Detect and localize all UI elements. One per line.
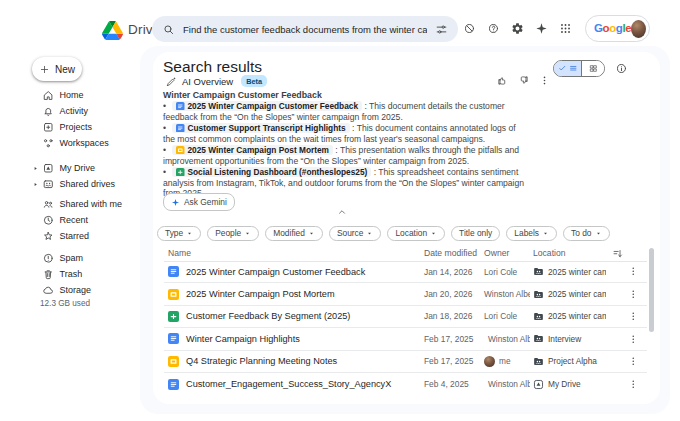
file-chip-label: 2025 Winter Campaign Customer Feedback [188, 101, 359, 111]
sidebar-item-shared-with-me[interactable]: Shared with me [32, 196, 150, 212]
thumb-down-icon[interactable] [518, 75, 529, 86]
row-menu-button[interactable] [628, 356, 639, 367]
info-icon[interactable] [615, 62, 628, 75]
column-header-owner[interactable]: Owner [481, 248, 530, 258]
file-chip[interactable]: Customer Support Transcript Highlights [172, 123, 350, 133]
shared-folder-icon [533, 311, 544, 322]
filter-chip-type[interactable]: Type [157, 226, 201, 241]
date-modified: Jan 14, 2026 [421, 267, 481, 277]
filter-chip-to-do[interactable]: To do [563, 226, 610, 241]
google-apps-button[interactable] [555, 18, 576, 39]
file-chip[interactable]: 2025 Winter Campaign Customer Feedback [172, 101, 362, 111]
more-vert-icon [628, 311, 639, 322]
docs-icon [176, 124, 185, 133]
settings-button[interactable] [507, 18, 528, 39]
filter-chip-location[interactable]: Location [387, 226, 445, 241]
file-name: 2025 Winter Campaign Post Mortem [186, 289, 335, 299]
support-button[interactable] [483, 18, 504, 39]
file-chip[interactable]: 2025 Winter Campaign Post Mortem [172, 145, 333, 155]
sidebar-item-label: My Drive [60, 163, 96, 173]
ai-overview-bullet: •2025 Winter Campaign Post Mortem : This… [163, 145, 527, 166]
list-view-segment[interactable] [554, 61, 582, 76]
column-header-name[interactable]: Name [164, 248, 421, 258]
thumb-up-icon[interactable] [497, 75, 508, 86]
offline-status-button[interactable] [459, 18, 480, 39]
row-menu-button[interactable] [628, 266, 639, 277]
sidebar: HomeActivityProjectsWorkspacesMy DriveSh… [32, 87, 150, 307]
search-input[interactable] [183, 24, 427, 35]
caret-down-icon [542, 230, 549, 237]
table-row[interactable]: 2025 Winter Campaign Customer FeedbackJa… [164, 261, 647, 283]
sidebar-item-label: Shared with me [60, 199, 123, 209]
row-menu-button[interactable] [628, 334, 639, 345]
account-chip[interactable]: Google [585, 15, 650, 42]
star-icon [42, 230, 55, 243]
user-avatar[interactable] [631, 20, 646, 38]
ai-overview-bullets: •2025 Winter Campaign Customer Feedback … [163, 101, 527, 199]
sidebar-item-activity[interactable]: Activity [32, 103, 150, 119]
row-menu-button[interactable] [628, 379, 639, 390]
new-button-label: New [55, 64, 75, 75]
collapse-ai-overview-chevron-icon[interactable] [336, 207, 348, 217]
docs-icon [168, 379, 179, 390]
sidebar-item-trash[interactable]: Trash [32, 266, 150, 282]
shared-folder-icon [533, 266, 544, 277]
table-scrollbar[interactable] [649, 248, 654, 332]
sort-direction-icon[interactable] [612, 248, 623, 259]
sidebar-item-storage[interactable]: Storage [32, 282, 150, 298]
sidebar-item-label: Home [60, 90, 84, 100]
clock-icon [42, 214, 55, 227]
sidebar-item-home[interactable]: Home [32, 87, 150, 103]
column-header-location[interactable]: Location [530, 248, 606, 258]
sidebar-item-label: Shared drives [60, 179, 116, 189]
more-vert-icon[interactable] [539, 75, 550, 86]
sidebar-item-projects[interactable]: Projects [32, 119, 150, 135]
workspaces-icon [42, 137, 55, 150]
file-chip-label: Social Listening Dashboard (#ontheslopes… [188, 167, 368, 177]
sidebar-item-recent[interactable]: Recent [32, 212, 150, 228]
sidebar-item-label: Starred [60, 231, 90, 241]
slides-icon [176, 146, 185, 155]
sidebar-item-workspaces[interactable]: Workspaces [32, 135, 150, 151]
beta-badge: Beta [241, 75, 267, 87]
bell-icon [42, 105, 55, 118]
table-row[interactable]: Customer Feedback By Segment (2025)Jan 1… [164, 306, 647, 328]
bullet-dot: • [163, 145, 172, 155]
table-header: Name Date modified Owner Location [164, 246, 647, 262]
table-row[interactable]: 2025 Winter Campaign Post MortemJan 20, … [164, 283, 647, 305]
column-header-date-modified[interactable]: Date modified [421, 248, 481, 258]
row-menu-button[interactable] [628, 311, 639, 322]
expand-arrow-icon[interactable] [32, 165, 39, 172]
gemini-button[interactable] [531, 18, 552, 39]
filter-chip-people[interactable]: People [207, 226, 259, 241]
new-button[interactable]: New [32, 57, 82, 81]
sidebar-item-starred[interactable]: Starred [32, 228, 150, 244]
table-row[interactable]: Winter Campaign HighlightsFeb 17, 2025Wi… [164, 328, 647, 350]
filter-chip-label: Modified [273, 228, 305, 238]
filter-chip-modified[interactable]: Modified [265, 226, 323, 241]
ask-gemini-button[interactable]: Ask Gemini [163, 193, 235, 211]
sidebar-item-shared-drives[interactable]: Shared drives [32, 176, 150, 192]
table-row[interactable]: Q4 Strategic Planning Meeting NotesFeb 1… [164, 351, 647, 373]
tune-icon[interactable] [435, 23, 448, 36]
apps-grid-icon [559, 22, 572, 35]
sidebar-item-my-drive[interactable]: My Drive [32, 160, 150, 176]
trash-icon [42, 268, 55, 281]
caret-down-icon [186, 230, 193, 237]
filter-chip-source[interactable]: Source [329, 226, 382, 241]
location-name: Interview [548, 334, 581, 344]
expand-arrow-icon[interactable] [32, 181, 39, 188]
file-chip[interactable]: Social Listening Dashboard (#ontheslopes… [172, 167, 371, 177]
filter-chip-labels[interactable]: Labels [506, 226, 557, 241]
filter-chip-title-only[interactable]: Title only [451, 226, 500, 241]
filter-chip-label: Labels [514, 228, 539, 238]
row-menu-button[interactable] [628, 289, 639, 300]
shared-folder-icon [533, 333, 544, 344]
search-bar[interactable] [152, 16, 458, 42]
grid-view-segment[interactable] [582, 61, 604, 76]
storage-used-label: 12.3 GB used [40, 299, 90, 308]
shared-folder-icon [533, 289, 544, 300]
sidebar-item-spam[interactable]: Spam [32, 250, 150, 266]
table-row[interactable]: Customer_Engagement_Success_Story_Agency… [164, 373, 647, 395]
view-toggle[interactable] [553, 60, 605, 77]
